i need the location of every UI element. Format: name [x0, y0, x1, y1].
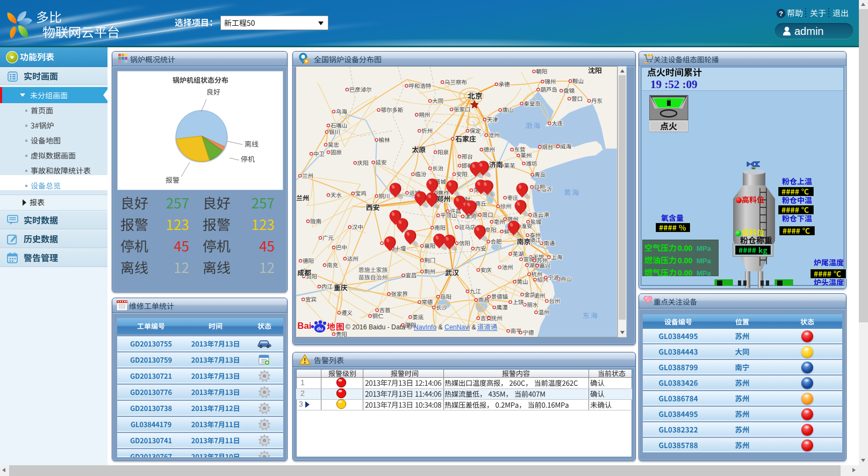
svg-text:du: du	[317, 326, 323, 331]
svg-text:3: 3	[299, 400, 303, 408]
svg-text:2: 2	[300, 389, 305, 398]
svg-text:?: ?	[779, 10, 783, 18]
svg-text:© 2016 Baidu - Data © NavInfo: © 2016 Baidu - Data © NavInfo & CenNavi …	[346, 323, 476, 331]
svg-text:1: 1	[300, 378, 305, 387]
svg-text:Bai: Bai	[297, 321, 311, 331]
